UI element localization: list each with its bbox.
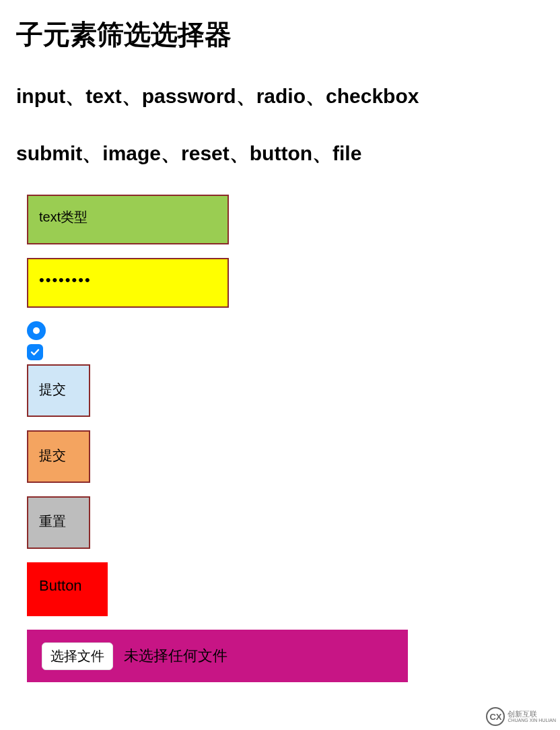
file-status-text: 未选择任何文件 (124, 646, 228, 666)
generic-button[interactable]: Button (27, 562, 108, 616)
watermark-text: 创新互联 CHUANG XIN HULIAN (508, 710, 556, 723)
watermark-line2: CHUANG XIN HULIAN (508, 718, 556, 723)
subtitle-line-1: input、text、password、radio、checkbox (16, 83, 560, 110)
text-input[interactable]: text类型 (27, 195, 229, 244)
checkbox-input[interactable] (27, 344, 43, 360)
file-choose-button[interactable]: 选择文件 (42, 642, 113, 670)
form-area: text类型 •••••••• 提交 提交 重置 Button 选择文件 未选择… (27, 195, 560, 682)
watermark-line1: 创新互联 (508, 710, 556, 718)
reset-button[interactable]: 重置 (27, 496, 90, 549)
submit-button[interactable]: 提交 (27, 364, 90, 417)
watermark: CX 创新互联 CHUANG XIN HULIAN (486, 707, 556, 726)
watermark-logo-icon: CX (486, 707, 505, 726)
file-input[interactable]: 选择文件 未选择任何文件 (27, 630, 408, 682)
password-input[interactable]: •••••••• (27, 258, 229, 308)
subtitle-line-2: submit、image、reset、button、file (16, 140, 560, 168)
page-title: 子元素筛选选择器 (16, 16, 560, 53)
image-submit-button[interactable]: 提交 (27, 430, 90, 483)
radio-input[interactable] (27, 321, 46, 340)
check-icon (30, 347, 40, 358)
